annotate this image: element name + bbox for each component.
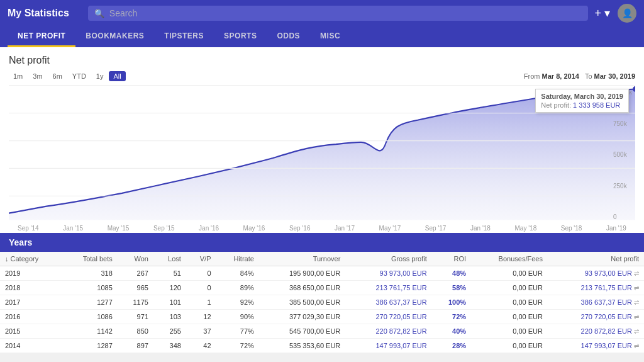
tab-bookmakers[interactable]: BOOKMAKERS [75, 26, 154, 47]
row-filter-icon[interactable]: ⇌ [634, 285, 639, 291]
tooltip-date: Saturday, March 30, 2019 [541, 93, 623, 100]
cell-won: 965 [118, 281, 153, 295]
cell-turnover: 368 650,00 EUR [259, 281, 345, 295]
tab-tipsters[interactable]: TIPSTERS [154, 26, 214, 47]
cell-total-bets: 1086 [62, 310, 118, 324]
x-label-sep16: Sep '16 [289, 225, 311, 232]
cell-bonuses: 0,00 EUR [471, 281, 548, 295]
col-net-profit: Net profit [548, 252, 644, 266]
cell-won: 267 [118, 266, 153, 281]
cell-vp: 37 [186, 324, 216, 339]
cell-hitrate: 90% [216, 310, 259, 324]
app-title: My Statistics [8, 8, 69, 19]
tab-odds[interactable]: ODDS [267, 26, 310, 47]
x-label-sep15: Sep '15 [153, 225, 175, 232]
cell-hitrate: 84% [216, 266, 259, 281]
row-filter-icon[interactable]: ⇌ [634, 299, 639, 306]
filter-all[interactable]: All [109, 71, 125, 81]
cell-net-profit: 386 637,37 EUR ⇌ [548, 295, 644, 310]
tab-sports[interactable]: SPORTS [214, 26, 267, 47]
table-header-row: ↓ Category Total bets Won Lost V/P Hitra… [0, 252, 644, 266]
date-from: Mar 8, 2014 [542, 72, 579, 80]
years-section: Years [0, 233, 644, 252]
cell-bonuses: 0,00 EUR [471, 324, 548, 339]
cell-roi: 40% [432, 324, 471, 339]
x-label-may18: May '18 [514, 225, 536, 232]
cell-net-profit: 93 973,00 EUR ⇌ [548, 266, 644, 281]
search-input[interactable] [109, 8, 582, 18]
cell-won: 897 [118, 339, 153, 353]
filter-6m[interactable]: 6m [48, 71, 67, 81]
cell-roi: 72% [432, 310, 471, 324]
cell-total-bets: 1277 [62, 295, 118, 310]
add-button[interactable]: + ▾ [594, 6, 610, 20]
cell-gross-profit: 386 637,37 EUR [345, 295, 431, 310]
cell-roi: 28% [432, 339, 471, 353]
filter-ytd[interactable]: YTD [68, 71, 91, 81]
y-label-250k: 250k [613, 183, 632, 189]
tab-misc[interactable]: MISC [310, 26, 350, 47]
cell-category: 2018 [0, 281, 62, 295]
table-row: 2014 1287 897 348 42 72% 535 353,60 EUR … [0, 339, 644, 353]
cell-hitrate: 92% [216, 295, 259, 310]
cell-bonuses: 0,00 EUR [471, 310, 548, 324]
cell-lost: 120 [153, 281, 186, 295]
row-filter-icon[interactable]: ⇌ [634, 314, 639, 320]
cell-roi: 48% [432, 266, 471, 281]
col-category: ↓ Category [0, 252, 62, 266]
cell-category: 2017 [0, 295, 62, 310]
cell-turnover: 385 500,00 EUR [259, 295, 345, 310]
cell-vp: 12 [186, 310, 216, 324]
x-axis: Sep '14 Jan '15 May '15 Sep '15 Jan '16 … [9, 223, 635, 233]
x-label-may17: May '17 [379, 225, 401, 232]
nav-tabs: NET PROFIT BOOKMAKERS TIPSTERS SPORTS OD… [0, 26, 644, 47]
x-label-jan18: Jan '18 [470, 225, 491, 232]
cell-lost: 51 [153, 266, 186, 281]
cell-lost: 103 [153, 310, 186, 324]
cell-category: 2016 [0, 310, 62, 324]
cell-roi: 58% [432, 281, 471, 295]
filter-3m[interactable]: 3m [28, 71, 47, 81]
cell-vp: 1 [186, 295, 216, 310]
chart-container: 1 000k 750k 500k 250k 0 Saturday, March … [9, 85, 635, 223]
table-wrap: ↓ Category Total bets Won Lost V/P Hitra… [0, 252, 644, 353]
x-label-jan16: Jan '16 [199, 225, 219, 232]
avatar[interactable]: 👤 [618, 4, 636, 23]
cell-bonuses: 0,00 EUR [471, 266, 548, 281]
table-row: 2018 1085 965 120 0 89% 368 650,00 EUR 2… [0, 281, 644, 295]
col-hitrate: Hitrate [216, 252, 259, 266]
x-label-may15: May '15 [108, 225, 130, 232]
section-title: Net profit [9, 55, 635, 66]
cell-vp: 42 [186, 339, 216, 353]
cell-lost: 255 [153, 324, 186, 339]
col-total-bets: Total bets [62, 252, 118, 266]
cell-total-bets: 1142 [62, 324, 118, 339]
row-filter-icon[interactable]: ⇌ [634, 342, 639, 349]
col-gross-profit: Gross profit [345, 252, 431, 266]
tab-net-profit[interactable]: NET PROFIT [8, 26, 75, 47]
cell-total-bets: 1085 [62, 281, 118, 295]
row-filter-icon[interactable]: ⇌ [634, 328, 639, 335]
filter-1y[interactable]: 1y [92, 71, 108, 81]
time-filters: 1m 3m 6m YTD 1y All From Mar 8, 2014 To … [9, 71, 635, 81]
cell-turnover: 195 900,00 EUR [259, 266, 345, 281]
cell-gross-profit: 147 993,07 EUR [345, 339, 431, 353]
col-lost: Lost [153, 252, 186, 266]
cell-total-bets: 318 [62, 266, 118, 281]
col-vp: V/P [186, 252, 216, 266]
cell-gross-profit: 93 973,00 EUR [345, 266, 431, 281]
table-row: 2019 318 267 51 0 84% 195 900,00 EUR 93 … [0, 266, 644, 281]
col-won: Won [118, 252, 153, 266]
sort-icon[interactable]: ↓ Category [5, 255, 38, 263]
cell-category: 2019 [0, 266, 62, 281]
y-label-0: 0 [613, 213, 632, 220]
search-bar: 🔍 [88, 6, 589, 21]
row-filter-icon[interactable]: ⇌ [634, 270, 639, 277]
tooltip-label: Net profit: [541, 101, 571, 109]
years-table: ↓ Category Total bets Won Lost V/P Hitra… [0, 252, 644, 353]
filter-1m[interactable]: 1m [9, 71, 27, 81]
cell-hitrate: 77% [216, 324, 259, 339]
x-label-jan17: Jan '17 [335, 225, 355, 232]
col-bonuses: Bonuses/Fees [471, 252, 548, 266]
cell-gross-profit: 270 720,05 EUR [345, 310, 431, 324]
